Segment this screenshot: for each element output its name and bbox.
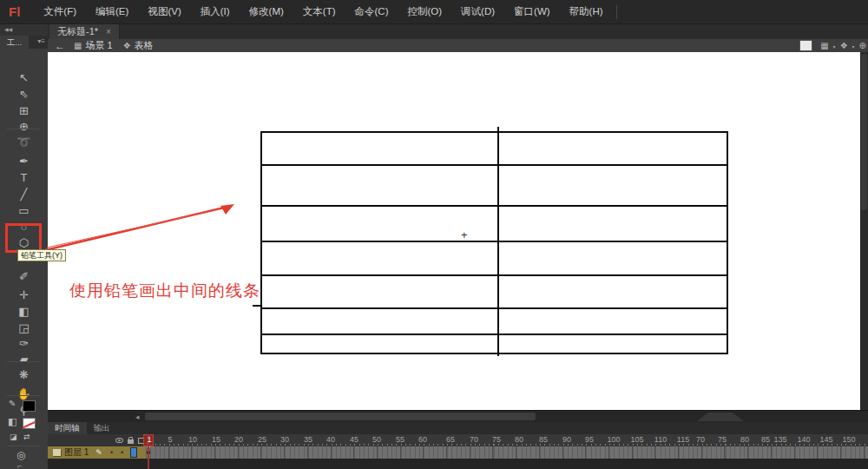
subselection-tool[interactable]: ⇖: [0, 88, 48, 102]
deco-tool[interactable]: ❋: [0, 368, 48, 382]
layer-visibility-dot[interactable]: •: [110, 448, 113, 457]
menu-item[interactable]: 命令(C): [345, 0, 398, 23]
document-tab-bar: 无标题-1* ×: [48, 24, 868, 39]
menu-item[interactable]: 控制(O): [398, 0, 451, 23]
frame-number-label: 25: [258, 435, 266, 444]
object-drawing-button[interactable]: ◎: [16, 449, 25, 461]
symbol-icon: ❖: [123, 41, 131, 50]
breadcrumb-scene[interactable]: 场景 1: [85, 39, 112, 52]
table-line: [260, 307, 727, 309]
scene-icon: ▦: [74, 41, 82, 50]
selection-tool[interactable]: ↖: [0, 71, 48, 85]
menu-divider: [616, 5, 617, 19]
stroke-color-swatch[interactable]: [23, 400, 36, 412]
eraser-tool[interactable]: ▰: [0, 353, 48, 367]
layer-row[interactable]: 图层 1 ✎ • •: [48, 446, 146, 459]
swap-colors-button[interactable]: ⇄: [23, 433, 30, 441]
frame-number-label: 145: [819, 435, 832, 444]
frame-number-label: 65: [446, 435, 455, 444]
menu-items: 文件(F)编辑(E)视图(V)插入(I)修改(M)文本(T)命令(C)控制(O)…: [34, 0, 612, 23]
table-line: [253, 305, 260, 307]
edit-bar: ← ▦ 场景 1 ❖ 表格 ▦ ▾ ❖ ▾ ⊕: [48, 39, 868, 53]
collapse-panel-icon[interactable]: ◀◀: [0, 24, 48, 36]
scroll-left-arrow-icon[interactable]: ◂: [135, 412, 140, 422]
pen-tool[interactable]: ✒: [0, 155, 48, 168]
menu-item[interactable]: 编辑(E): [86, 0, 138, 23]
layer-lock-dot[interactable]: •: [121, 448, 123, 457]
tools-divider: [7, 361, 40, 362]
frame-number-label: 80: [740, 435, 749, 444]
menu-item[interactable]: 文件(F): [34, 0, 86, 23]
menu-item[interactable]: 调试(D): [451, 0, 504, 23]
eyedropper-tool[interactable]: ✑: [0, 337, 48, 351]
back-arrow-icon[interactable]: ←: [55, 40, 65, 52]
menu-item[interactable]: 修改(M): [240, 0, 293, 23]
layer-outline-color-swatch[interactable]: [130, 447, 137, 458]
panel-menu-icon[interactable]: ▾≡: [37, 37, 45, 45]
menu-item[interactable]: 视图(V): [138, 0, 190, 23]
bone-tool[interactable]: ✛: [0, 288, 48, 302]
show-hide-layers-icon[interactable]: [115, 438, 123, 443]
frame-number-label: 70: [470, 435, 478, 444]
horizontal-scrollbar-thumb[interactable]: [145, 413, 536, 420]
fill-color-swatch[interactable]: [23, 418, 36, 429]
edit-symbol-icon[interactable]: ❖: [840, 41, 848, 50]
black-white-button[interactable]: ◪: [10, 433, 17, 441]
breadcrumb-symbol[interactable]: 表格: [135, 39, 154, 52]
ink-bottle-tool[interactable]: ◲: [0, 321, 48, 335]
close-tab-icon[interactable]: ×: [106, 27, 111, 36]
panel-resize-grip[interactable]: [697, 413, 744, 421]
flash-application-window: Fl 文件(F)编辑(E)视图(V)插入(I)修改(M)文本(T)命令(C)控制…: [0, 0, 868, 469]
timeline-panel: 时间轴输出 1510152025303540455055606570758085…: [48, 422, 868, 469]
tools-panel-tab[interactable]: 工...: [0, 36, 29, 49]
chevron-down-icon: ▾: [833, 43, 836, 50]
document-tab[interactable]: 无标题-1* ×: [49, 24, 120, 39]
frame-number-label: 60: [418, 435, 427, 444]
zoom-percentage-field[interactable]: [799, 40, 812, 51]
table-line: [260, 205, 727, 207]
frames-strip[interactable]: [146, 446, 868, 459]
3d-rotation-tool[interactable]: ⊕: [0, 120, 48, 134]
frame-number-label: 105: [630, 435, 643, 444]
hand-tool[interactable]: ✋: [0, 387, 48, 401]
frame-number-label: 90: [562, 435, 571, 444]
brush-tool[interactable]: ✐: [0, 270, 48, 284]
snap-button[interactable]: ⌐: [17, 461, 23, 469]
free-transform-tool[interactable]: ⊞: [0, 104, 48, 118]
frame-number-label: 100: [607, 435, 620, 444]
timeline-tab-inactive[interactable]: 输出: [87, 422, 117, 434]
frame-number-label: 80: [515, 435, 523, 444]
horizontal-scrollbar[interactable]: ◂: [48, 410, 868, 423]
frame-number-label: 55: [396, 435, 404, 444]
menu-item[interactable]: 帮助(H): [560, 0, 613, 23]
lasso-tool[interactable]: ➰: [0, 135, 48, 149]
table-line: [260, 164, 727, 166]
menu-item[interactable]: 文本(T): [293, 0, 345, 23]
frame-number-label: 50: [372, 435, 381, 444]
tools-panel-tabrow: 工... ▾≡: [0, 36, 48, 49]
table-line: [260, 353, 727, 354]
frame-number-label: 75: [718, 435, 727, 444]
vertical-scrollbar-thumb[interactable]: [861, 54, 867, 210]
vertical-scrollbar[interactable]: [860, 52, 868, 410]
frame-ruler-ticks: [146, 444, 868, 446]
table-line: [260, 241, 727, 242]
menu-item[interactable]: 窗口(W): [504, 0, 560, 23]
text-tool[interactable]: T: [0, 171, 48, 185]
timeline-bottom-area: [48, 459, 868, 469]
edit-scene-icon[interactable]: ▦: [820, 41, 828, 50]
lock-layers-icon[interactable]: [128, 439, 134, 444]
frame-number-label: 5: [168, 435, 172, 444]
frame-ruler[interactable]: 1510152025303540455055606570758085909510…: [146, 434, 868, 446]
menu-item[interactable]: 插入(I): [191, 0, 240, 23]
frame-number-label: 70: [696, 435, 705, 444]
layer-name[interactable]: 图层 1: [64, 446, 89, 459]
annotation-arrow: [35, 195, 243, 261]
layer-edit-pencil-icon: ✎: [95, 448, 102, 457]
zoom-crosshair-icon[interactable]: ⊕: [859, 41, 866, 50]
table-line: [260, 274, 727, 276]
paint-bucket-tool[interactable]: ◧: [0, 305, 48, 319]
pencil-crosshair-cursor: +: [461, 228, 468, 241]
timeline-tab-active[interactable]: 时间轴: [48, 422, 87, 434]
frame-number-label: 115: [677, 435, 689, 444]
